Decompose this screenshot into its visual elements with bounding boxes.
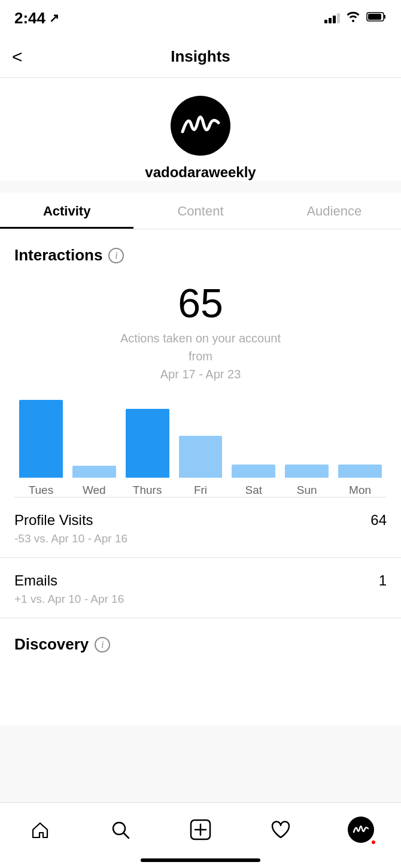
bar-sun: Sun (280, 465, 333, 497)
signal-icon (324, 13, 340, 23)
chart-divider (14, 497, 387, 497)
tab-activity[interactable]: Activity (0, 193, 133, 229)
bar-wed-label: Wed (83, 484, 106, 497)
back-button[interactable]: < (12, 47, 23, 67)
tab-content[interactable]: Content (133, 193, 267, 229)
wifi-icon (346, 11, 360, 25)
nav-heart[interactable] (263, 812, 299, 848)
interactions-description: Actions taken on your accountfromApr 17 … (12, 329, 389, 383)
profile-visits-top: Profile Visits 64 (14, 512, 387, 529)
nav-avatar (348, 817, 374, 843)
home-icon (29, 819, 51, 840)
tab-audience[interactable]: Audience (268, 193, 401, 229)
interactions-big-number: 65 (12, 283, 389, 323)
discovery-title: Discovery (14, 635, 89, 654)
username: vadodaraweekly (145, 164, 256, 181)
emails-row: Emails 1 +1 vs. Apr 10 - Apr 16 (0, 558, 401, 618)
svg-rect-2 (368, 14, 381, 20)
bar-wed-rect (72, 466, 116, 478)
nav-home[interactable] (22, 812, 58, 848)
chart-bars: Tues Wed Thurs Fri Sat Sun (14, 401, 387, 497)
interactions-title: Interactions (14, 246, 102, 265)
discovery-info-icon[interactable]: i (95, 637, 110, 652)
bar-tues: Tues (14, 400, 68, 497)
bar-thurs: Thurs (121, 409, 174, 497)
svg-point-3 (113, 823, 125, 834)
profile-section: vadodaraweekly (0, 78, 401, 181)
bar-thurs-label: Thurs (133, 484, 162, 497)
interactions-chart: Tues Wed Thurs Fri Sat Sun (0, 383, 401, 497)
profile-visits-label: Profile Visits (14, 512, 93, 529)
emails-label: Emails (14, 572, 57, 589)
bar-mon-rect (338, 465, 382, 478)
interactions-header: Interactions i (0, 229, 401, 271)
tabs-bar: Activity Content Audience (0, 193, 401, 229)
bar-mon: Mon (333, 465, 387, 497)
status-icons (324, 11, 387, 25)
bar-fri: Fri (174, 436, 227, 497)
interactions-info-icon[interactable]: i (108, 248, 124, 263)
bar-mon-label: Mon (349, 484, 371, 497)
bar-sat-label: Sat (245, 484, 263, 497)
bar-wed: Wed (68, 466, 121, 497)
header: < Insights (0, 36, 401, 78)
svg-line-4 (124, 833, 129, 838)
interactions-count: 65 Actions taken on your accountfromApr … (0, 271, 401, 383)
main-content: Interactions i 65 Actions taken on your … (0, 229, 401, 726)
nav-search[interactable] (102, 812, 138, 848)
profile-visits-row: Profile Visits 64 -53 vs. Apr 10 - Apr 1… (0, 497, 401, 558)
emails-change: +1 vs. Apr 10 - Apr 16 (14, 593, 387, 606)
bar-tues-label: Tues (29, 484, 54, 497)
bar-tues-rect (19, 400, 63, 478)
avatar (171, 96, 230, 156)
profile-visits-value: 64 (370, 512, 387, 529)
heart-icon (270, 819, 291, 840)
nav-profile[interactable] (343, 812, 379, 848)
location-icon: ↗ (49, 11, 59, 25)
emails-top: Emails 1 (14, 572, 387, 589)
svg-rect-1 (384, 15, 385, 19)
bar-sat: Sat (227, 465, 280, 497)
nav-avatar-logo (353, 824, 369, 836)
notification-dot (370, 839, 376, 845)
profile-visits-change: -53 vs. Apr 10 - Apr 16 (14, 532, 387, 545)
nav-add[interactable] (183, 812, 218, 848)
bar-sun-label: Sun (297, 484, 317, 497)
add-icon (189, 818, 212, 841)
battery-icon (366, 11, 387, 25)
bar-sun-rect (285, 465, 329, 478)
discovery-section: Discovery i (0, 618, 401, 660)
emails-value: 1 (379, 572, 387, 589)
bar-fri-rect (179, 436, 223, 478)
search-icon (110, 819, 131, 840)
bar-thurs-rect (126, 409, 169, 478)
status-time: 2:44 ↗ (14, 9, 59, 28)
status-bar: 2:44 ↗ (0, 0, 401, 36)
page-title: Insights (171, 47, 230, 66)
bar-fri-label: Fri (194, 484, 207, 497)
home-indicator (141, 858, 260, 862)
avatar-logo (180, 111, 221, 141)
bar-sat-rect (232, 465, 275, 478)
